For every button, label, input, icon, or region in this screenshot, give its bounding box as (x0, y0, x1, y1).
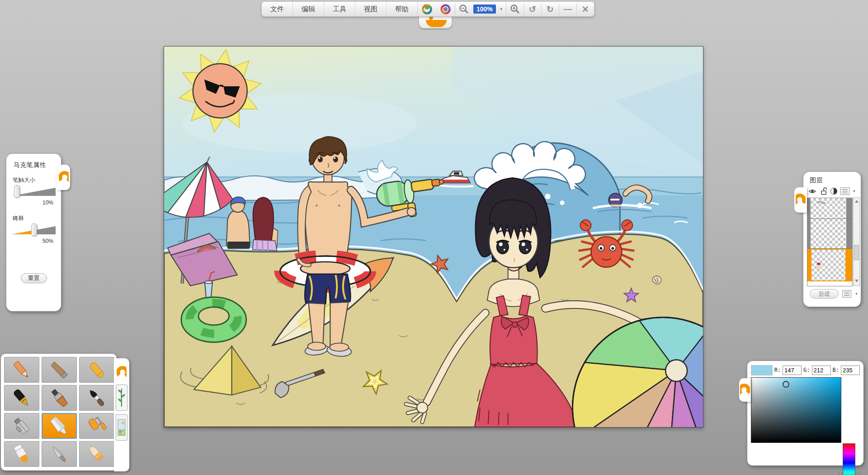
clown-smile-icon (426, 20, 447, 27)
scroll-up-icon[interactable] (855, 200, 859, 203)
magnifier-minus-icon (459, 4, 469, 14)
green-swim-ring (181, 297, 246, 342)
layer-item-1[interactable] (807, 198, 852, 219)
marker-panel-title: 马克笔属性 (14, 161, 56, 169)
dilution-slider[interactable] (12, 226, 56, 234)
tool-eraser[interactable] (79, 441, 114, 467)
new-layer-button[interactable]: 新建 (810, 289, 839, 299)
fountain-pen-icon (9, 388, 34, 408)
layer-thumbnail (811, 250, 845, 280)
saturation-value-square[interactable] (751, 377, 841, 443)
tools-grid (4, 357, 113, 467)
layer-scrollbar[interactable] (853, 197, 860, 286)
template-picture-button[interactable] (116, 414, 127, 441)
eraser-icon (85, 444, 109, 465)
plant-template-icon (118, 387, 126, 408)
menu-tools[interactable]: 工具 (324, 2, 355, 16)
pastel-icon (47, 360, 71, 380)
scrollbar-thumb[interactable] (854, 245, 859, 260)
tool-airbrush[interactable] (4, 413, 39, 439)
redo-button[interactable]: ↻ (542, 2, 559, 16)
tool-fountain-pen[interactable] (4, 385, 39, 411)
tool-marker-selected[interactable] (42, 413, 77, 439)
paint-roller-icon (85, 416, 109, 437)
tool-crayon[interactable] (79, 357, 114, 383)
color-picker-panel: R: G: B: ▷ ◁ Alpha ▲ ▲ ▼ (747, 361, 863, 466)
scroll-down-icon[interactable] (855, 280, 859, 282)
layer-thumbnail (811, 198, 846, 218)
magnifier-plus-icon (510, 4, 520, 14)
layers-panel-grip[interactable] (794, 187, 807, 213)
tool-palette-panel (1, 354, 117, 470)
unlock-icon[interactable] (820, 187, 827, 195)
reset-button[interactable]: 重置 (21, 273, 47, 283)
tool-paint-roller[interactable] (79, 413, 114, 439)
airbrush-icon (9, 416, 34, 437)
menu-help[interactable]: 帮助 (387, 2, 418, 16)
hue-bar[interactable] (843, 443, 855, 475)
menu-file[interactable]: 文件 (262, 2, 293, 16)
orange-grip-icon (796, 191, 806, 209)
layer-menu-button[interactable] (840, 187, 849, 195)
sv-cursor[interactable] (783, 381, 789, 388)
visibility-eye-icon[interactable] (808, 188, 817, 195)
flat-brush-icon (47, 388, 71, 408)
b-input[interactable] (841, 366, 860, 375)
layer-list (807, 198, 853, 286)
clown-right-eye-icon[interactable] (436, 2, 455, 16)
layer-menu-dropdown-icon[interactable]: ▼ (853, 190, 856, 193)
zoom-dropdown-icon[interactable]: ▼ (497, 7, 506, 11)
tool-knife[interactable] (42, 441, 77, 467)
desktop: { "toolbar": { "menus": ["文件", "编辑", "工具… (0, 0, 868, 475)
ink-brush-icon (85, 388, 109, 408)
tool-flat-brush[interactable] (42, 385, 77, 411)
layer-item-3-selected[interactable] (807, 249, 852, 281)
layer-thumbnail (811, 219, 846, 248)
clown-left-eye-icon[interactable] (418, 2, 436, 16)
tool-pastel[interactable] (42, 357, 77, 383)
rainbow-spiral-icon (440, 4, 451, 15)
pencil-icon (9, 360, 34, 380)
dilution-value: 50% (12, 238, 53, 244)
marker-panel-grip[interactable] (57, 165, 70, 190)
undo-button[interactable]: ↺ (524, 2, 541, 16)
brush-size-handle[interactable] (14, 185, 20, 198)
dilution-fill (12, 226, 34, 234)
r-label: R: (774, 367, 781, 373)
b-label: B: (833, 367, 839, 373)
brush-size-slider[interactable] (12, 188, 56, 196)
tool-pencil[interactable] (4, 357, 39, 383)
g-input[interactable] (812, 366, 831, 375)
paint-canvas[interactable] (164, 46, 703, 428)
marker-properties-panel: 马克笔属性 笔触大小 10% 稀释 50% 重置 (6, 154, 61, 311)
knife-icon (47, 444, 71, 465)
close-button[interactable]: ✕ (577, 2, 594, 16)
paint-bottle-icon (9, 444, 34, 465)
dilution-handle[interactable] (31, 223, 37, 236)
opacity-contrast-icon[interactable] (830, 188, 837, 195)
tool-paint-bottle[interactable] (4, 441, 39, 467)
template-plant-button[interactable] (116, 385, 127, 411)
r-input[interactable] (783, 366, 802, 375)
crayon-icon (85, 360, 109, 380)
picture-template-icon (118, 417, 126, 438)
orange-grip-icon[interactable] (117, 364, 127, 381)
orange-grip-icon (740, 381, 750, 399)
color-panel-grip[interactable] (739, 378, 751, 402)
layers-bottom-menu-button[interactable] (842, 290, 851, 298)
zoom-out-button[interactable] (455, 2, 472, 16)
clown-chin-tab (419, 15, 452, 28)
orange-grip-icon (59, 169, 69, 186)
menu-view[interactable]: 视图 (355, 2, 387, 16)
hue-arrow-right-icon[interactable]: ◁ (856, 470, 860, 475)
marker-icon (47, 416, 71, 437)
current-color-swatch (751, 365, 773, 375)
layers-bottom-dropdown-icon[interactable]: ▼ (855, 292, 858, 295)
menu-edit[interactable]: 编辑 (293, 2, 324, 16)
zoom-in-button[interactable] (506, 2, 524, 16)
tool-ink-brush[interactable] (79, 385, 114, 411)
minimize-button[interactable]: — (559, 2, 576, 16)
zoom-level-field[interactable]: 100% (473, 5, 496, 14)
layer-item-2[interactable] (807, 219, 852, 249)
beach-scene (164, 47, 703, 427)
